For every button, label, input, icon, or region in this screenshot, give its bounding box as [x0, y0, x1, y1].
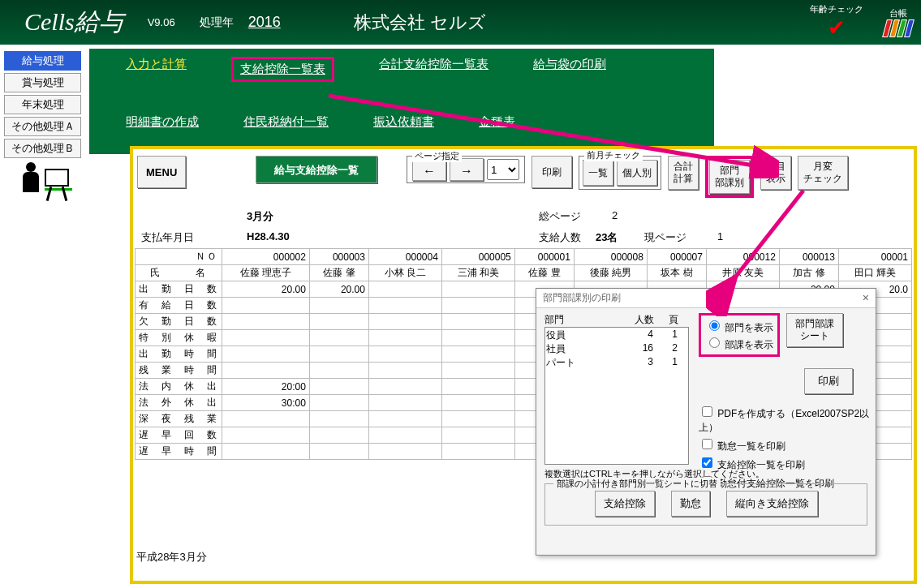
age-check-label: 年齢チェック: [810, 3, 863, 15]
app-logo: Cells給与: [24, 6, 123, 39]
company-name: 株式会社 セルズ: [354, 11, 486, 35]
ledger-button[interactable]: 台帳: [884, 7, 913, 37]
age-check-button[interactable]: 年齢チェック ✔: [810, 3, 863, 41]
books-icon: [881, 19, 915, 37]
check-icon: ✔: [828, 15, 846, 41]
year-label: 処理年: [200, 15, 234, 30]
version-label: V9.06: [148, 16, 175, 28]
ledger-label: 台帳: [889, 7, 907, 19]
year-value[interactable]: 2016: [248, 14, 281, 31]
app-header: Cells給与 V9.06 処理年 2016 株式会社 セルズ 年齢チェック ✔…: [0, 0, 921, 45]
